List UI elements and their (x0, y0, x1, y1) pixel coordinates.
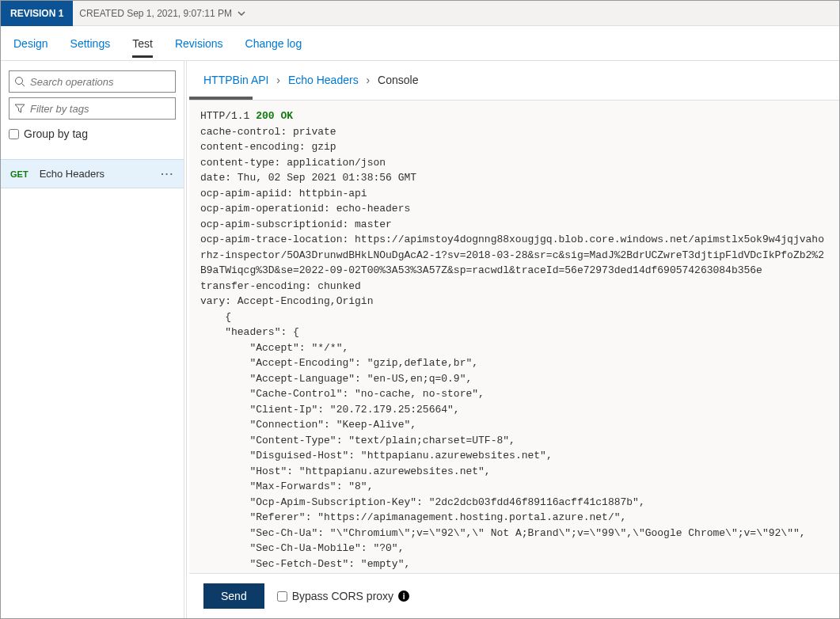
svg-line-1 (22, 84, 25, 87)
tab-bar: Design Settings Test Revisions Change lo… (1, 26, 839, 61)
group-by-checkbox[interactable] (9, 129, 19, 139)
operation-method: GET (10, 169, 29, 179)
group-by-tag[interactable]: Group by tag (9, 127, 176, 140)
breadcrumb: HTTPBin API › Echo Headers › Console (189, 61, 839, 97)
breadcrumb-operation[interactable]: Echo Headers (288, 74, 359, 86)
search-operations[interactable] (9, 70, 176, 93)
filter-icon (14, 103, 25, 114)
send-button[interactable]: Send (203, 583, 264, 609)
response-headers: cache-control: private content-encoding:… (200, 126, 824, 308)
tab-design[interactable]: Design (13, 29, 48, 58)
content-area: HTTPBin API › Echo Headers › Console HTT… (189, 61, 839, 618)
console-tab-indicator (189, 97, 253, 100)
filter-input[interactable] (30, 103, 170, 115)
operation-item-echo-headers[interactable]: GET Echo Headers ··· (1, 159, 184, 188)
response-body-pre: { "headers": { "Accept": "*/*", "Accept-… (200, 311, 806, 574)
tab-settings[interactable]: Settings (70, 29, 111, 58)
operation-more-icon[interactable]: ··· (161, 168, 174, 180)
svg-point-0 (16, 78, 23, 85)
operations-list: GET Echo Headers ··· (1, 159, 184, 188)
tab-change-log[interactable]: Change log (245, 29, 302, 58)
search-icon (14, 76, 25, 87)
revision-bar: REVISION 1 CREATED Sep 1, 2021, 9:07:11 … (1, 1, 839, 26)
operation-label: Echo Headers (40, 168, 162, 180)
bypass-cors-checkbox[interactable] (277, 591, 287, 602)
breadcrumb-current: Console (378, 74, 418, 86)
revision-badge[interactable]: REVISION 1 (1, 1, 73, 26)
tab-revisions[interactable]: Revisions (175, 29, 223, 58)
chevron-down-icon (237, 9, 246, 18)
bypass-cors[interactable]: Bypass CORS proxy i (277, 590, 409, 602)
search-input[interactable] (30, 76, 170, 88)
status-code: 200 OK (256, 110, 293, 122)
footer: Send Bypass CORS proxy i (189, 573, 839, 618)
revision-created-label[interactable]: CREATED Sep 1, 2021, 9:07:11 PM (79, 8, 246, 19)
info-icon[interactable]: i (398, 591, 409, 602)
http-response: HTTP/1.1 200 OK cache-control: private c… (189, 101, 839, 573)
sidebar: Group by tag GET Echo Headers ··· (1, 61, 184, 618)
response-scroll[interactable]: HTTP/1.1 200 OK cache-control: private c… (189, 101, 839, 573)
tab-test[interactable]: Test (132, 29, 153, 58)
filter-by-tags[interactable] (9, 97, 176, 120)
breadcrumb-api[interactable]: HTTPBin API (203, 74, 268, 86)
